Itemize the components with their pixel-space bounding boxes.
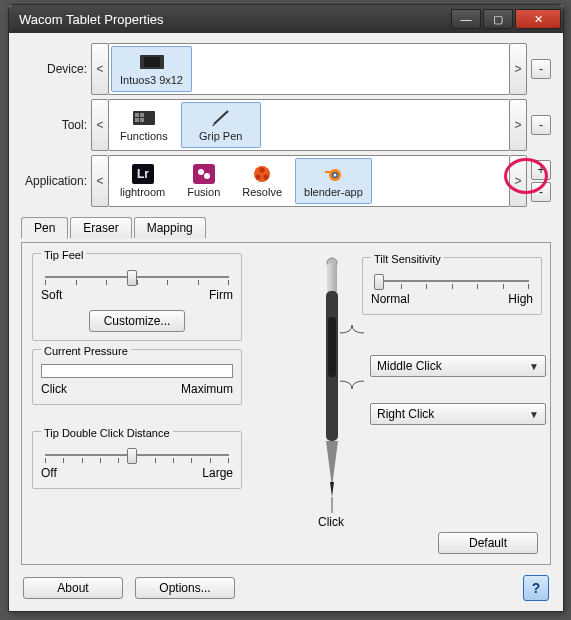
application-add-button[interactable]: + <box>531 160 551 180</box>
titlebar[interactable]: Wacom Tablet Properties — ▢ ✕ <box>9 5 563 33</box>
lightroom-icon: Lr <box>129 164 157 184</box>
doubleclick-min: Off <box>41 466 57 480</box>
chevron-down-icon: ▼ <box>529 409 539 420</box>
pen-icon <box>207 108 235 128</box>
tablet-icon <box>138 52 166 72</box>
pressure-min: Click <box>41 382 67 396</box>
tip-doubleclick-group: Tip Double Click Distance Off Large <box>32 431 242 489</box>
svg-point-15 <box>260 168 265 173</box>
connector-lines <box>340 325 370 415</box>
svg-rect-6 <box>140 118 144 122</box>
application-strip: Lr lightroom Fusion Resolve blender-app <box>109 155 509 207</box>
tool-remove-button[interactable]: - <box>531 115 551 135</box>
tab-mapping[interactable]: Mapping <box>134 217 206 238</box>
svg-rect-11 <box>193 164 215 184</box>
minimize-button[interactable]: — <box>451 9 481 29</box>
device-strip: Intuos3 9x12 <box>109 43 509 95</box>
application-row: Application: < Lr lightroom Fusion Resol… <box>21 155 551 207</box>
tool-row: Tool: < Functions Grip Pen > - <box>21 99 551 151</box>
current-pressure-group: Current Pressure Click Maximum <box>32 349 242 405</box>
svg-rect-4 <box>140 113 144 117</box>
device-remove-button[interactable]: - <box>531 59 551 79</box>
resolve-icon <box>248 164 276 184</box>
current-pressure-title: Current Pressure <box>41 345 131 357</box>
svg-point-13 <box>204 173 210 179</box>
fusion-icon <box>190 164 218 184</box>
doubleclick-max: Large <box>202 466 233 480</box>
svg-point-12 <box>198 169 204 175</box>
svg-rect-3 <box>135 113 139 117</box>
tool-scroll-right[interactable]: > <box>509 99 527 151</box>
tabs: Pen Eraser Mapping <box>21 217 551 238</box>
application-label: Application: <box>21 174 91 188</box>
svg-point-20 <box>334 174 337 177</box>
tab-eraser[interactable]: Eraser <box>70 217 131 238</box>
application-scroll-right[interactable]: > <box>509 155 527 207</box>
device-item-label: Intuos3 9x12 <box>120 74 183 86</box>
app-item-lightroom[interactable]: Lr lightroom <box>111 158 174 204</box>
bottom-bar: About Options... ? <box>21 569 551 603</box>
tip-doubleclick-slider[interactable] <box>41 446 233 464</box>
svg-marker-27 <box>330 482 334 497</box>
app-item-label: Resolve <box>242 186 282 198</box>
device-scroll-right[interactable]: > <box>509 43 527 95</box>
app-item-blender[interactable]: blender-app <box>295 158 372 204</box>
tool-item-grippen[interactable]: Grip Pen <box>181 102 261 148</box>
tip-feel-title: Tip Feel <box>41 249 86 261</box>
svg-text:Lr: Lr <box>137 167 149 181</box>
tip-feel-slider[interactable] <box>41 268 233 286</box>
device-scroll-left[interactable]: < <box>91 43 109 95</box>
app-item-label: Fusion <box>187 186 220 198</box>
functions-icon <box>130 108 158 128</box>
chevron-down-icon: ▼ <box>529 361 539 372</box>
tip-feel-min: Soft <box>41 288 62 302</box>
pressure-bar <box>41 364 233 378</box>
tip-feel-group: Tip Feel Soft Firm Customize... <box>32 253 242 341</box>
svg-point-17 <box>264 175 269 180</box>
close-button[interactable]: ✕ <box>515 9 561 29</box>
app-item-resolve[interactable]: Resolve <box>233 158 291 204</box>
app-item-fusion[interactable]: Fusion <box>178 158 229 204</box>
tool-label: Tool: <box>21 118 91 132</box>
upper-button-dropdown[interactable]: Middle Click ▼ <box>370 355 546 377</box>
svg-rect-1 <box>144 57 160 67</box>
app-item-label: lightroom <box>120 186 165 198</box>
blender-icon <box>319 164 347 184</box>
svg-rect-22 <box>327 263 337 293</box>
default-button[interactable]: Default <box>438 532 538 554</box>
tip-doubleclick-title: Tip Double Click Distance <box>41 427 173 439</box>
customize-button[interactable]: Customize... <box>89 310 186 332</box>
lower-button-value: Right Click <box>377 407 434 421</box>
help-button[interactable]: ? <box>523 575 549 601</box>
pen-diagram: Middle Click ▼ Right Click ▼ Click <box>252 257 552 537</box>
tool-item-label: Grip Pen <box>199 130 242 142</box>
tab-pen[interactable]: Pen <box>21 217 68 239</box>
about-button[interactable]: About <box>23 577 123 599</box>
app-window: Wacom Tablet Properties — ▢ ✕ Device: < … <box>8 4 564 612</box>
pressure-max: Maximum <box>181 382 233 396</box>
lower-button-dropdown[interactable]: Right Click ▼ <box>370 403 546 425</box>
pen-panel: Tip Feel Soft Firm Customize... <box>21 242 551 565</box>
svg-rect-5 <box>135 118 139 122</box>
tool-item-label: Functions <box>120 130 168 142</box>
tool-item-functions[interactable]: Functions <box>111 102 177 148</box>
svg-marker-26 <box>326 441 338 487</box>
device-row: Device: < Intuos3 9x12 > - <box>21 43 551 95</box>
window-title: Wacom Tablet Properties <box>19 12 451 27</box>
tip-label: Click <box>318 515 344 529</box>
upper-button-value: Middle Click <box>377 359 442 373</box>
options-button[interactable]: Options... <box>135 577 235 599</box>
maximize-button[interactable]: ▢ <box>483 9 513 29</box>
svg-line-7 <box>214 111 228 124</box>
svg-rect-24 <box>328 317 336 377</box>
device-item-intuos[interactable]: Intuos3 9x12 <box>111 46 192 92</box>
application-scroll-left[interactable]: < <box>91 155 109 207</box>
app-item-label: blender-app <box>304 186 363 198</box>
application-remove-button[interactable]: - <box>531 182 551 202</box>
device-label: Device: <box>21 62 91 76</box>
tool-scroll-left[interactable]: < <box>91 99 109 151</box>
svg-point-16 <box>256 175 261 180</box>
tool-strip: Functions Grip Pen <box>109 99 509 151</box>
tip-feel-max: Firm <box>209 288 233 302</box>
